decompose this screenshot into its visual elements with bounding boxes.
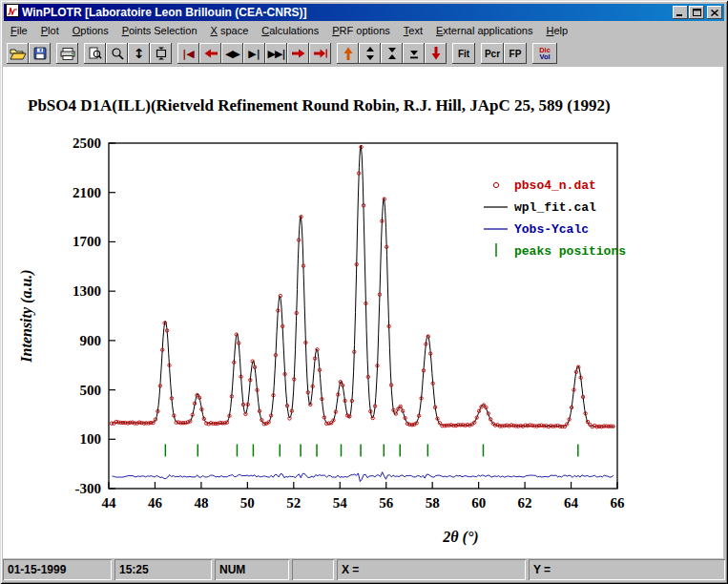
shift-up-button[interactable] bbox=[337, 43, 359, 64]
window-title: WinPLOTR [Laboratoire Leon Brillouin (CE… bbox=[22, 6, 669, 19]
open-folder-icon bbox=[10, 47, 27, 60]
y-tick-label: 100 bbox=[80, 431, 102, 447]
x-tick-label: 56 bbox=[379, 495, 394, 511]
menu-text[interactable]: Text bbox=[397, 22, 429, 39]
expand-y-icon bbox=[365, 47, 375, 60]
status-time: 15:25 bbox=[114, 559, 212, 580]
zoom-window-button[interactable] bbox=[84, 43, 106, 64]
nav-first-icon: |◀ bbox=[182, 49, 194, 59]
nav-last-icon: ▶▶| bbox=[268, 49, 285, 59]
arrow-right-icon bbox=[292, 49, 305, 58]
arrow-down-icon bbox=[431, 47, 441, 60]
save-button[interactable] bbox=[29, 43, 51, 64]
y-range-button[interactable]: ↕ bbox=[128, 43, 150, 64]
legend-marker-circle bbox=[493, 182, 498, 187]
fp-button[interactable]: FP bbox=[504, 43, 527, 64]
chart-svg[interactable]: PbSO4 D1A(ILL)(Rietveld Refinement Round… bbox=[3, 67, 723, 558]
y-tick-label: -300 bbox=[75, 481, 102, 496]
arrow-left-icon bbox=[204, 49, 218, 58]
back-forward-button[interactable]: ◀▶ bbox=[221, 43, 243, 64]
y-range-icon: ↕ bbox=[134, 47, 145, 60]
menu-bar: FilePlotOptionsPoints SelectionX spaceCa… bbox=[3, 22, 725, 40]
legend-label: peaks positions bbox=[514, 244, 626, 259]
status-bar: 01-15-1999 15:25 NUM X = Y = bbox=[3, 559, 725, 580]
legend-label: pbso4_n.dat bbox=[514, 178, 596, 193]
zoom-icon bbox=[111, 47, 124, 60]
menu-help[interactable]: Help bbox=[539, 22, 574, 39]
window-controls bbox=[672, 6, 722, 19]
app-icon bbox=[6, 4, 19, 21]
difference-curve bbox=[113, 472, 614, 482]
x-tick-label: 54 bbox=[333, 495, 348, 511]
print-button[interactable] bbox=[56, 43, 78, 64]
x-tick-label: 60 bbox=[471, 495, 486, 511]
fit-button[interactable]: Fit bbox=[452, 43, 475, 64]
y-tick-label: 900 bbox=[80, 333, 102, 348]
x-tick-label: 50 bbox=[240, 495, 255, 511]
y-tick-label: 1300 bbox=[73, 283, 101, 299]
zoom-page-icon bbox=[89, 47, 102, 60]
go-first-button[interactable]: |◀ bbox=[177, 43, 199, 64]
floppy-icon bbox=[33, 47, 47, 60]
status-date: 01-15-1999 bbox=[3, 559, 112, 580]
zoom-button[interactable] bbox=[106, 43, 128, 64]
status-num-lock: NUM bbox=[215, 559, 289, 580]
maximize-button[interactable] bbox=[689, 6, 704, 19]
legend-label: wpl_fit.cal bbox=[514, 200, 596, 215]
shift-down-button[interactable] bbox=[425, 43, 447, 64]
floor-icon bbox=[409, 47, 419, 60]
title-bar[interactable]: WinPLOTR [Laboratoire Leon Brillouin (CE… bbox=[4, 4, 724, 21]
menu-plot[interactable]: Plot bbox=[34, 22, 66, 39]
shift-right-button[interactable] bbox=[287, 43, 309, 64]
nav-next-icon: ▶| bbox=[248, 49, 260, 59]
y-tick-label: 2500 bbox=[73, 136, 101, 151]
status-spacer bbox=[292, 559, 334, 580]
winplotr-window: WinPLOTR [Laboratoire Leon Brillouin (CE… bbox=[0, 0, 728, 584]
menu-calculations[interactable]: Calculations bbox=[255, 22, 325, 39]
toolbar: ↕|◀◀▶▶|▶▶|FitPcrFPDicVol bbox=[3, 40, 725, 67]
min-y-button[interactable] bbox=[403, 43, 425, 64]
pcr-button[interactable]: Pcr bbox=[481, 43, 504, 64]
x-tick-label: 58 bbox=[426, 495, 440, 511]
full-view-button[interactable] bbox=[150, 43, 172, 64]
x-tick-label: 64 bbox=[564, 495, 579, 511]
menu-external-applications[interactable]: External applications bbox=[429, 22, 540, 39]
x-axis-label: 2θ (°) bbox=[442, 529, 478, 546]
arrow-up-icon bbox=[343, 47, 353, 60]
y-tick-label: 1700 bbox=[73, 234, 101, 249]
x-tick-label: 44 bbox=[102, 495, 117, 511]
minimize-button[interactable] bbox=[673, 6, 688, 19]
expand-y-button[interactable] bbox=[359, 43, 381, 64]
minimize-icon bbox=[676, 10, 684, 16]
go-next-button[interactable]: ▶| bbox=[243, 43, 265, 64]
full-view-icon bbox=[155, 47, 168, 60]
y-tick-label: 2100 bbox=[73, 185, 101, 200]
shift-right-end-button[interactable] bbox=[309, 43, 331, 64]
fast-back-button[interactable] bbox=[199, 43, 221, 64]
open-button[interactable] bbox=[7, 43, 29, 64]
y-axis-label: Intensity (a.u.) bbox=[18, 269, 35, 363]
menu-x-space[interactable]: X space bbox=[204, 22, 256, 39]
go-last-button[interactable]: ▶▶| bbox=[265, 43, 287, 64]
chart-title: PbSO4 D1A(ILL)(Rietveld Refinement Round… bbox=[28, 96, 611, 115]
status-y-coordinate: Y = bbox=[529, 559, 725, 580]
arrow-right-end-icon bbox=[314, 49, 327, 58]
menu-points-selection[interactable]: Points Selection bbox=[115, 22, 204, 39]
x-tick-label: 48 bbox=[194, 495, 208, 511]
y-tick-label: 500 bbox=[80, 383, 102, 398]
compress-y-button[interactable] bbox=[381, 43, 403, 64]
plot-area: PbSO4 D1A(ILL)(Rietveld Refinement Round… bbox=[3, 67, 723, 558]
x-tick-label: 62 bbox=[518, 495, 532, 511]
dicvol-button[interactable]: DicVol bbox=[532, 43, 557, 64]
menu-options[interactable]: Options bbox=[66, 22, 115, 39]
menu-file[interactable]: File bbox=[4, 22, 34, 39]
menu-prf-options[interactable]: PRF options bbox=[325, 22, 397, 39]
x-tick-label: 52 bbox=[286, 495, 301, 511]
status-x-coordinate: X = bbox=[337, 559, 526, 580]
compress-y-icon bbox=[387, 47, 397, 60]
maximize-icon bbox=[693, 9, 701, 16]
printer-icon bbox=[60, 48, 75, 60]
close-button[interactable] bbox=[707, 6, 722, 19]
x-tick-label: 46 bbox=[148, 495, 163, 511]
legend-label: Yobs-Ycalc bbox=[514, 222, 589, 237]
